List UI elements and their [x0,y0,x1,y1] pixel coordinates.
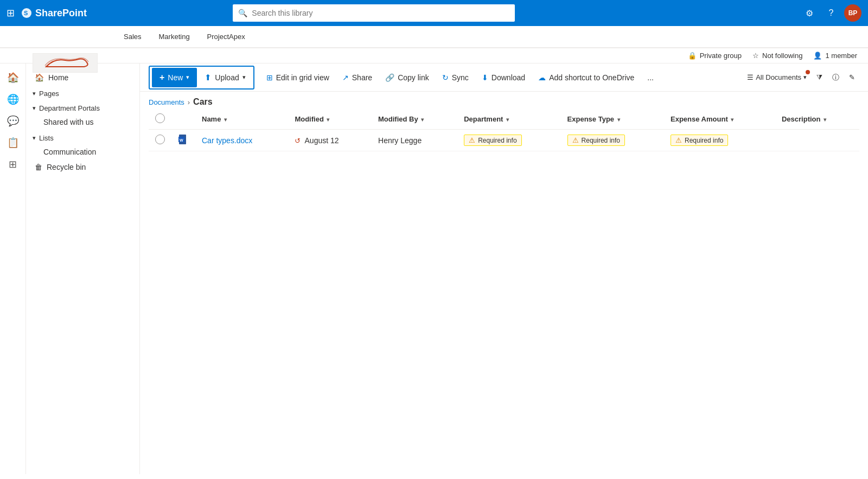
col-description[interactable]: Description ▾ [775,109,859,130]
sidebar: 🏠 Home ▾ Pages ▾ Department Portals Shar… [26,63,140,474]
row-dept-cell[interactable]: ⚠ Required info [457,130,560,151]
upload-label: Upload [215,73,239,82]
sidebar-home-label: Home [48,73,68,82]
grid-icon[interactable]: ⊞ [7,7,15,19]
col-modified-by[interactable]: Modified By ▾ [372,109,457,130]
col-expense-type-label: Expense Type [567,115,614,123]
expense-type-required-label: Required info [582,137,620,144]
global-rail-icon[interactable]: 🌐 [3,90,23,109]
sync-button[interactable]: ↻ Sync [437,68,474,87]
site-logo-area [33,52,103,74]
table-row[interactable]: W Car types.docx ↺ August 12 Henry Legge [149,130,859,151]
view-button-wrap: ☰ All Documents ▾ [743,69,811,86]
expense-amount-sort-icon: ▾ [731,117,733,123]
app-logo: S SharePoint [21,8,87,19]
sidebar-item-communication[interactable]: Communication [26,144,139,159]
more-button[interactable]: ... [642,68,659,87]
download-label: Download [492,73,525,82]
chevron-down-icon-lists: ▾ [33,135,36,142]
col-file-type [171,109,195,130]
info-button[interactable]: ⓘ [828,69,844,86]
sidebar-pages-section[interactable]: ▾ Pages [26,85,139,100]
modified-icon: ↺ [295,137,301,145]
settings-button[interactable]: ⚙ [801,4,818,22]
upload-chevron-icon: ▾ [242,74,246,81]
tab-marketing[interactable]: Marketing [157,26,192,48]
breadcrumb: Documents › Cars [140,92,868,109]
add-shortcut-button[interactable]: ☁ Add shortcut to OneDrive [533,68,640,87]
new-upload-highlight-box: + New ▾ ⬆ Upload ▾ [149,66,254,90]
document-table-container: Name ▾ Modified ▾ Modified By ▾ Depart [140,109,868,474]
not-following-button[interactable]: ☆ Not following [752,52,802,60]
col-expense-amount[interactable]: Expense Amount ▾ [664,109,775,130]
filter-icon: ⧩ [816,73,822,82]
grid-edit-icon: ⊞ [266,73,273,82]
col-dept-label: Department [464,115,503,123]
expense-amount-required-badge[interactable]: ⚠ Required info [671,135,728,146]
edit-columns-button[interactable]: ✎ [845,69,859,86]
search-input[interactable] [252,9,509,17]
col-expense-type[interactable]: Expense Type ▾ [561,109,664,130]
members-info[interactable]: 👤 1 member [813,52,857,60]
avatar[interactable]: BP [844,4,861,22]
home-icon: 🏠 [35,73,44,82]
expense-type-required-badge[interactable]: ⚠ Required info [567,135,625,146]
row-name-cell[interactable]: Car types.docx [195,130,288,151]
svg-text:S: S [24,10,28,16]
tab-sales[interactable]: Sales [122,26,144,48]
copy-link-label: Copy link [398,73,429,82]
share-button[interactable]: ↗ Share [337,68,378,87]
home-rail-icon[interactable]: 🏠 [3,68,23,87]
sidebar-dept-section[interactable]: ▾ Department Portals [26,100,139,114]
copy-link-button[interactable]: 🔗 Copy link [380,68,435,87]
lock-icon: 🔒 [688,52,697,60]
chevron-down-icon: ▾ [33,90,36,97]
upload-button[interactable]: ⬆ Upload ▾ [199,68,251,87]
filter-button[interactable]: ⧩ [812,69,827,86]
sidebar-dept-label: Department Portals [39,104,100,112]
topbar: ⊞ S SharePoint 🔍 ⚙ ? BP [0,0,868,26]
header-info: 🔒 Private group ☆ Not following 👤 1 memb… [0,48,868,63]
row-checkbox[interactable] [155,135,165,144]
select-all-checkbox[interactable] [155,113,165,123]
tab-projectapex[interactable]: ProjectApex [205,26,247,48]
row-expense-type-cell[interactable]: ⚠ Required info [561,130,664,151]
site-logo-svg [35,54,95,72]
sidebar-item-recycle[interactable]: 🗑 Recycle bin [26,159,139,175]
row-expense-amount-cell[interactable]: ⚠ Required info [664,130,775,151]
col-name[interactable]: Name ▾ [195,109,288,130]
file-name[interactable]: Car types.docx [202,136,252,145]
download-button[interactable]: ⬇ Download [476,68,531,87]
sidebar-lists-section[interactable]: ▾ Lists [26,130,139,144]
dept-required-icon: ⚠ [469,136,475,144]
view-button[interactable]: ☰ All Documents ▾ [743,69,811,86]
members-count-label: 1 member [825,52,857,60]
app-name-label: SharePoint [35,8,87,19]
search-box: 🔍 [233,4,515,22]
info-icon: ⓘ [832,73,839,82]
chat-rail-icon[interactable]: 💬 [3,111,23,131]
private-group-info[interactable]: 🔒 Private group [688,52,742,60]
col-department[interactable]: Department ▾ [457,109,560,130]
new-button[interactable]: + New ▾ [152,68,197,87]
dept-required-badge[interactable]: ⚠ Required info [464,135,521,146]
apps-rail-icon[interactable]: ⊞ [3,155,23,174]
view-label: All Documents [756,73,801,81]
new-label: New [168,73,183,82]
dept-required-label: Required info [478,137,516,144]
left-rail: 🏠 🌐 💬 📋 ⊞ [0,63,26,474]
sidebar-item-shared[interactable]: Shared with us [26,114,139,130]
help-button[interactable]: ? [822,4,840,22]
breadcrumb-documents-link[interactable]: Documents [149,98,184,106]
col-modified[interactable]: Modified ▾ [288,109,372,130]
breadcrumb-current: Cars [193,97,213,107]
col-select-all[interactable] [149,109,171,130]
sidebar-pages-label: Pages [39,90,59,98]
row-desc-cell [775,130,859,151]
activity-rail-icon[interactable]: 📋 [3,133,23,152]
more-label: ... [647,73,654,82]
edit-grid-button[interactable]: ⊞ Edit in grid view [261,68,335,87]
site-tabs: Sales Marketing ProjectApex [0,26,868,48]
command-bar: + New ▾ ⬆ Upload ▾ ⊞ Edit in grid view ↗… [140,63,868,92]
col-modified-label: Modified [295,115,323,123]
